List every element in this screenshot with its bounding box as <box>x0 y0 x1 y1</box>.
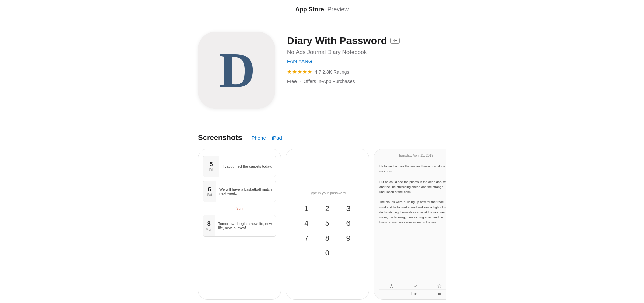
key-6[interactable]: 6 <box>342 219 354 228</box>
ss3-date: Thursday, April 11, 2019 <box>379 154 446 160</box>
key-3[interactable]: 3 <box>342 204 354 213</box>
app-info: Diary With Password 4+ No Ads Journal Di… <box>287 32 400 84</box>
key-1[interactable]: 1 <box>301 204 312 213</box>
app-icon-letter: D <box>219 42 254 99</box>
ss3-content: Thursday, April 11, 2019 He looked acros… <box>374 149 446 299</box>
star-outline-icon: ☆ <box>437 283 442 289</box>
device-tabs: iPhone iPad <box>250 134 288 141</box>
ss3-suggestions: I The I'm <box>379 289 446 296</box>
key-8[interactable]: 8 <box>322 234 333 243</box>
ss3-toolbar: ⏱ ✓ ☆ <box>379 280 446 289</box>
numpad: 1 2 3 4 5 6 7 8 9 0 <box>301 204 354 257</box>
price-row: Free · Offers In-App Purchases <box>287 79 400 84</box>
key-7[interactable]: 7 <box>301 234 312 243</box>
app-subtitle: No Ads Journal Diary Notebook <box>287 49 400 56</box>
diary-date-box-6: 6 Sat <box>203 181 216 202</box>
key-9[interactable]: 9 <box>342 234 354 243</box>
suggestion-i[interactable]: I <box>389 292 390 295</box>
screenshots-title: Screenshots <box>198 133 242 142</box>
ss1-content: 5 Fri I vacuumed the carpets today. 6 Sa… <box>198 149 281 299</box>
screenshot-diary-list: 5 Fri I vacuumed the carpets today. 6 Sa… <box>198 149 281 300</box>
star-5-half: ★ <box>307 69 312 75</box>
star-1: ★ <box>287 69 292 75</box>
key-0[interactable]: 0 <box>322 249 333 257</box>
suggestion-im[interactable]: I'm <box>437 292 441 295</box>
tab-iphone[interactable]: iPhone <box>250 134 266 141</box>
diary-entry-8: 8 Mon Tomorrow I begin a new life, new l… <box>203 215 276 237</box>
diary-entry-6: 6 Sat We will have a basketball match ne… <box>203 181 276 202</box>
star-rating: ★ ★ ★ ★ ★ <box>287 69 312 75</box>
screenshot-password: Type in your password 1 2 3 4 5 6 7 8 9 … <box>286 149 369 300</box>
price-label: Free <box>287 79 297 84</box>
star-2: ★ <box>292 69 297 75</box>
diary-entry-5: 5 Fri I vacuumed the carpets today. <box>203 156 276 177</box>
key-4[interactable]: 4 <box>301 219 312 228</box>
ss2-content: Type in your password 1 2 3 4 5 6 7 8 9 … <box>286 149 369 299</box>
check-icon: ✓ <box>414 283 418 289</box>
star-4: ★ <box>302 69 307 75</box>
app-developer-link[interactable]: FAN YANG <box>287 58 400 64</box>
tab-ipad[interactable]: iPad <box>272 134 282 141</box>
key-2[interactable]: 2 <box>322 204 333 213</box>
key-5[interactable]: 5 <box>322 219 333 228</box>
screenshots-row: 5 Fri I vacuumed the carpets today. 6 Sa… <box>198 149 446 300</box>
app-header: D Diary With Password 4+ No Ads Journal … <box>198 18 446 121</box>
app-store-label: App Store <box>295 6 324 13</box>
rating-value: 4.7 2.8K Ratings <box>315 69 350 75</box>
password-prompt: Type in your password <box>309 191 346 195</box>
iap-label: Offers In-App Purchases <box>303 79 355 84</box>
app-title: Diary With Password <box>287 35 387 46</box>
diary-date-box-8: 8 Mon <box>203 215 215 236</box>
preview-label: Preview <box>327 6 349 13</box>
screenshots-header: Screenshots iPhone iPad <box>198 133 446 142</box>
diary-date-box-5: 5 Fri <box>203 156 219 177</box>
rating-row: ★ ★ ★ ★ ★ 4.7 2.8K Ratings <box>287 69 400 75</box>
app-title-row: Diary With Password 4+ <box>287 35 400 46</box>
timer-icon: ⏱ <box>389 283 394 289</box>
suggestion-the[interactable]: The <box>411 292 416 295</box>
diary-text-6: We will have a basketball match next wee… <box>216 181 276 202</box>
screenshots-section: Screenshots iPhone iPad 5 Fri I vacuumed… <box>198 121 446 300</box>
diary-text-5: I vacuumed the carpets today. <box>219 156 275 177</box>
star-3: ★ <box>297 69 302 75</box>
screenshot-writing: Thursday, April 11, 2019 He looked acros… <box>374 149 446 300</box>
ss3-text: He looked across the sea and knew how al… <box>379 164 446 277</box>
main-content: D Diary With Password 4+ No Ads Journal … <box>104 18 540 300</box>
age-badge: 4+ <box>390 38 400 44</box>
app-icon: D <box>198 32 275 109</box>
diary-text-8: Tomorrow I begin a new life, new life, n… <box>215 215 276 236</box>
diary-sun-label: Sun <box>203 207 276 210</box>
top-bar: App Store Preview <box>0 0 644 18</box>
